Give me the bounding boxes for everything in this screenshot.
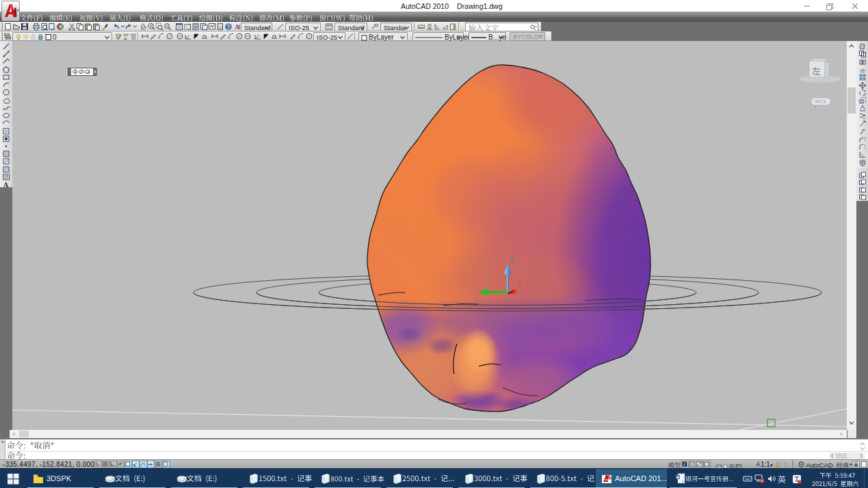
- svg-text:Z: Z: [510, 255, 514, 262]
- svg-text:Y: Y: [486, 280, 491, 288]
- svg-text:X: X: [517, 280, 522, 287]
- svg-text:A: A: [3, 181, 9, 189]
- svg-text:?: ?: [227, 23, 231, 30]
